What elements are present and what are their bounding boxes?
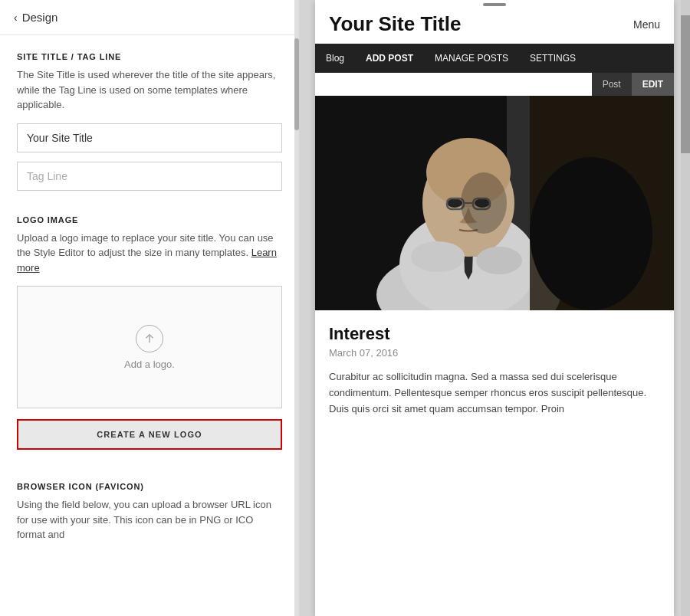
dropdown-menu: Post EDIT (592, 73, 674, 96)
right-scroll-thumb (681, 15, 690, 153)
nav-settings[interactable]: SETTINGS (519, 44, 586, 73)
site-title-heading: SITE TITLE / TAG LINE (17, 52, 282, 61)
site-title-row: Your Site Title Menu (329, 12, 660, 36)
svg-point-18 (476, 247, 522, 274)
left-panel: ‹ Design SITE TITLE / TAG LINE The Site … (0, 0, 299, 616)
right-scrollbar[interactable] (681, 0, 690, 616)
nav-manage-posts[interactable]: MANAGE POSTS (424, 44, 519, 73)
logo-upload-area[interactable]: Add a logo. (17, 286, 282, 408)
logo-heading: LOGO IMAGE (17, 215, 282, 224)
nav-blog[interactable]: Blog (315, 44, 355, 73)
panel-content: SITE TITLE / TAG LINE The Site Title is … (0, 35, 299, 616)
favicon-description: Using the field below, you can upload a … (17, 497, 282, 542)
site-title-text: Your Site Title (329, 12, 461, 36)
add-logo-label: Add a logo. (124, 359, 175, 370)
back-label: Design (22, 11, 58, 24)
preview-content: Interest March 07, 2016 Curabitur ac sol… (315, 310, 674, 431)
post-excerpt: Curabitur ac sollicitudin magna. Sed a m… (329, 369, 660, 417)
menu-toggle[interactable]: Menu (633, 18, 660, 31)
site-title-description: The Site Title is used wherever the titl… (17, 67, 282, 113)
back-button[interactable]: ‹ Design (0, 0, 299, 35)
upload-icon-circle (136, 325, 163, 352)
svg-point-17 (411, 241, 465, 272)
nav-add-post[interactable]: ADD POST (355, 44, 424, 73)
post-title: Interest (329, 324, 660, 344)
site-title-section: SITE TITLE / TAG LINE The Site Title is … (17, 52, 282, 200)
post-featured-image (315, 96, 674, 310)
right-panel: Your Site Title Menu Blog ADD POST MANAG… (299, 0, 690, 616)
dropdown-post[interactable]: Post (592, 73, 632, 96)
create-logo-button[interactable]: CREATE A NEW LOGO (17, 419, 282, 450)
upload-arrow-icon (143, 332, 156, 346)
drag-handle[interactable] (483, 3, 506, 6)
dropdown-edit[interactable]: EDIT (632, 73, 674, 96)
svg-point-16 (461, 172, 507, 234)
dropdown-bar: Post EDIT (315, 73, 674, 96)
logo-description: Upload a logo image to replace your site… (17, 231, 282, 276)
photo-svg (315, 96, 674, 310)
favicon-section: BROWSER ICON (FAVICON) Using the field b… (17, 482, 282, 542)
tagline-input[interactable] (17, 162, 282, 191)
logo-image-section: LOGO IMAGE Upload a logo image to replac… (17, 215, 282, 467)
chevron-left-icon: ‹ (14, 11, 18, 24)
site-nav: Blog ADD POST MANAGE POSTS SETTINGS (315, 44, 674, 73)
preview-container: Your Site Title Menu Blog ADD POST MANAG… (315, 0, 674, 616)
post-date: March 07, 2016 (329, 347, 660, 359)
svg-point-15 (530, 157, 652, 310)
site-title-input[interactable] (17, 123, 282, 152)
preview-image (315, 96, 674, 310)
favicon-heading: BROWSER ICON (FAVICON) (17, 482, 282, 491)
